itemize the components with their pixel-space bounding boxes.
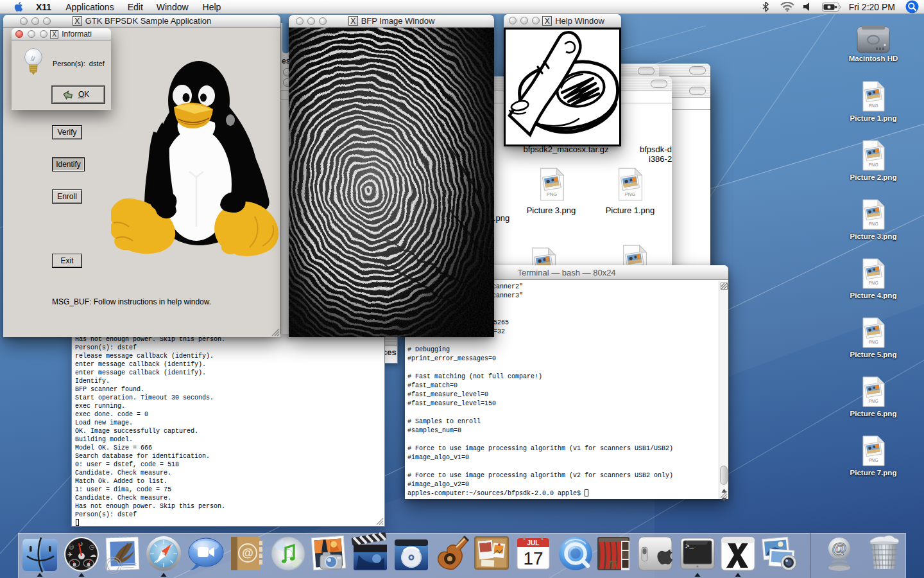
svg-text:@: @ [242,547,253,559]
svg-text:17: 17 [523,548,543,568]
svg-text:✈: ✈ [67,551,73,558]
svg-text:>_: >_ [685,543,694,550]
svg-text:@: @ [832,539,846,557]
svg-text:◷: ◷ [89,543,95,550]
svg-text:@: @ [68,544,74,550]
svg-text:☁: ☁ [90,551,96,558]
svg-text:♪: ♪ [80,539,83,547]
svg-text:JUL: JUL [527,539,540,547]
